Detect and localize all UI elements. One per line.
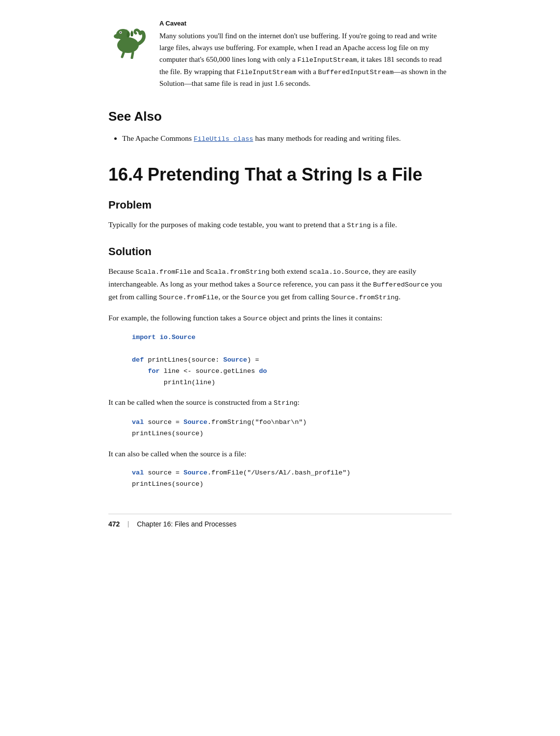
source-fromfile: Source	[183, 469, 207, 476]
see-also-text-end: has many methods for reading and writing…	[253, 134, 401, 142]
solution-para3: It can be called when the source is cons…	[108, 396, 452, 409]
footer: 472 | Chapter 16: Files and Processes	[108, 514, 452, 528]
footer-page-number: 472	[108, 520, 120, 528]
solution-para2: For example, the following function take…	[108, 312, 452, 324]
code-line-println: println(line)	[132, 377, 452, 389]
code-line-def: def printLines(source: Source) =	[132, 355, 452, 366]
svg-line-5	[122, 52, 124, 57]
code-line-printlines1: printLines(source)	[132, 428, 452, 440]
caveat-title: A Caveat	[159, 20, 452, 27]
see-also-item: The Apache Commons FileUtils class has m…	[122, 132, 452, 145]
solution-heading: Solution	[108, 245, 452, 258]
chapter-heading: 16.4 Pretending That a String Is a File	[108, 164, 452, 185]
source-type: Source	[223, 356, 247, 364]
mascot-svg	[108, 20, 148, 59]
source-fromstring: Source	[183, 419, 207, 426]
code-block-1: import io.Source def printLines(source: …	[132, 332, 452, 389]
footer-divider: |	[127, 520, 129, 528]
val-keyword-2: val	[132, 469, 144, 476]
svg-point-4	[120, 32, 122, 33]
see-also-heading: See Also	[108, 109, 452, 124]
see-also-text-start: The Apache Commons	[122, 134, 194, 142]
solution-para4: It can also be called when the source is…	[108, 447, 452, 460]
code-block-3: val source = Source.fromFile("/Users/Al/…	[132, 468, 452, 490]
import-keyword: import	[132, 334, 156, 341]
footer-chapter-label: Chapter 16: Files and Processes	[137, 520, 236, 528]
def-keyword: def	[132, 356, 144, 364]
page-content: A Caveat Many solutions you'll find on t…	[79, 0, 481, 557]
val-keyword-1: val	[132, 419, 144, 426]
code-line-import: import io.Source	[132, 332, 452, 343]
solution-para1: Because Scala.fromFile and Scala.fromStr…	[108, 265, 452, 304]
svg-point-2	[114, 34, 122, 39]
code-block-2: val source = Source.fromString("foo\nbar…	[132, 417, 452, 440]
caveat-box: A Caveat Many solutions you'll find on t…	[108, 20, 452, 89]
svg-line-6	[132, 53, 133, 58]
code-line-val1: val source = Source.fromString("foo\nbar…	[132, 417, 452, 428]
caveat-text: Many solutions you'll find on the intern…	[159, 30, 452, 89]
problem-text: Typically for the purposes of making cod…	[108, 218, 452, 231]
fileutils-link[interactable]: FileUtils class	[194, 135, 254, 143]
mascot-image	[108, 20, 148, 61]
do-keyword: do	[259, 368, 267, 375]
code-line-printlines2: printLines(source)	[132, 479, 452, 490]
problem-heading: Problem	[108, 199, 452, 211]
code-line-val2: val source = Source.fromFile("/Users/Al/…	[132, 468, 452, 479]
caveat-content: A Caveat Many solutions you'll find on t…	[159, 20, 452, 89]
for-keyword: for	[148, 368, 159, 375]
svg-point-0	[117, 37, 139, 53]
see-also-list: The Apache Commons FileUtils class has m…	[122, 132, 452, 145]
code-line-for: for line <- source.getLines do	[132, 366, 452, 377]
io-source-ref: io.Source	[160, 334, 196, 341]
